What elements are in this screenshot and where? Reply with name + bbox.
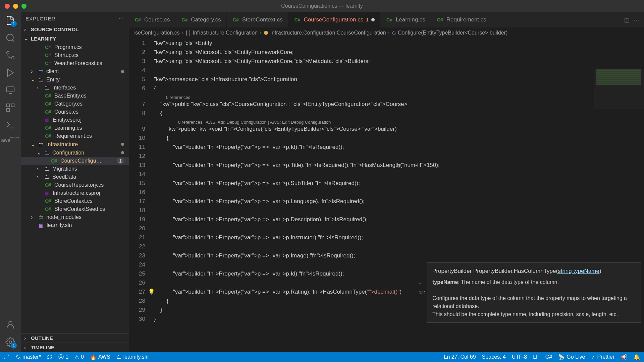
file-item[interactable]: C#StoreContextSeed.cs bbox=[21, 205, 129, 213]
file-item[interactable]: C#StoreContext.cs bbox=[21, 197, 129, 205]
sidebar-menu-icon[interactable]: ⋯ bbox=[119, 15, 124, 21]
code-line[interactable] bbox=[154, 188, 644, 197]
code-line[interactable] bbox=[154, 152, 644, 161]
language-status[interactable]: C# bbox=[545, 354, 552, 360]
file-item[interactable]: C#Requirement.cs bbox=[21, 132, 129, 140]
code-line[interactable] bbox=[154, 170, 644, 179]
problems-warnings[interactable]: ⚠ 0 bbox=[74, 354, 84, 360]
folder-item[interactable]: ›🗀client bbox=[21, 67, 129, 75]
file-item[interactable]: C#Category.cs bbox=[21, 100, 129, 108]
settings-icon[interactable]: 1 bbox=[5, 337, 15, 347]
crumb[interactable]: Infrastructure.Configuration bbox=[193, 30, 258, 36]
minimize-window-button[interactable] bbox=[13, 4, 18, 9]
feedback-icon[interactable]: 📢 bbox=[621, 354, 627, 360]
more-icon[interactable]: ⋯ bbox=[634, 16, 639, 23]
code-line[interactable]: "kw">using "cls">Microsoft."cls">EntityF… bbox=[154, 48, 644, 57]
editor-tab[interactable]: C#CourseConfiguration.cs 1 bbox=[288, 12, 380, 27]
code-line[interactable]: "var">builder."fn">Property("var">p => "… bbox=[154, 233, 644, 242]
code-editor[interactable]: 1234567891011121314151617181920212223242… bbox=[129, 38, 644, 352]
crumb[interactable]: rseConfiguration.cs bbox=[133, 30, 180, 36]
file-item[interactable]: ▣Infrastructure.csproj bbox=[21, 189, 129, 197]
editor-tab[interactable]: C#Category.cs bbox=[175, 12, 226, 27]
code-line[interactable]: { bbox=[154, 84, 644, 93]
file-item[interactable]: C#Course.cs bbox=[21, 108, 129, 116]
maximize-window-button[interactable] bbox=[21, 4, 26, 9]
codelens[interactable]: 0 references | AWS: Add Debug Configurat… bbox=[154, 118, 644, 124]
code-line[interactable]: "kw">public "kw">class "cls">CourseConfi… bbox=[154, 100, 644, 109]
indent-status[interactable]: Spaces: 4 bbox=[482, 354, 506, 360]
code-line[interactable] bbox=[154, 242, 644, 251]
account-icon[interactable] bbox=[5, 320, 15, 330]
search-icon[interactable] bbox=[5, 33, 15, 43]
folder-item[interactable]: ›🗀SeedData bbox=[21, 173, 129, 181]
bell-icon[interactable]: 🔔 bbox=[633, 354, 640, 360]
lightbulb-icon[interactable]: 💡 bbox=[148, 287, 155, 296]
section-source-control[interactable]: ›SOURCE CONTROL bbox=[21, 25, 129, 34]
editor-tab[interactable]: C#Course.cs bbox=[129, 12, 175, 27]
remote-icon[interactable] bbox=[5, 85, 15, 95]
editor-tab[interactable]: C#Learning.cs bbox=[380, 12, 431, 27]
code-line[interactable] bbox=[154, 224, 644, 233]
folder-item[interactable]: ›🗀Interfaces bbox=[21, 84, 129, 92]
file-item[interactable]: C#Startup.cs bbox=[21, 51, 129, 59]
code-line[interactable]: { bbox=[154, 109, 644, 118]
code-line[interactable]: "var">builder."fn">Property("var">p => "… bbox=[154, 179, 644, 188]
code-line[interactable]: "kw">using "cls">Entity; bbox=[154, 39, 644, 48]
section-project[interactable]: ⌄LEARNIFY bbox=[21, 34, 129, 43]
folder-item[interactable]: ⌄🗀Infrastructure bbox=[21, 140, 129, 148]
eol-status[interactable]: LF bbox=[533, 354, 539, 360]
run-debug-icon[interactable] bbox=[5, 68, 15, 78]
crumb[interactable]: Infrastructure.Configuration.CourseConfi… bbox=[270, 30, 386, 36]
code-line[interactable] bbox=[154, 206, 644, 215]
terminal-icon[interactable] bbox=[5, 120, 15, 130]
code-line[interactable]: "kw">using "cls">Microsoft."cls">EntityF… bbox=[154, 57, 644, 66]
chevron-up-icon[interactable]: ˄ bbox=[419, 282, 425, 288]
explorer-icon[interactable]: 1 bbox=[5, 15, 15, 25]
editor-tab[interactable]: C#StoreContext.cs bbox=[227, 12, 288, 27]
file-item[interactable]: C#Program.cs bbox=[21, 43, 129, 51]
crumb[interactable]: Configure(EntityTypeBuilder<Course> buil… bbox=[398, 30, 507, 36]
folder-item[interactable]: ›🗀node_modules bbox=[21, 213, 129, 221]
folder-item[interactable]: ⌄🗀Entity bbox=[21, 75, 129, 84]
file-item[interactable]: C#BaseEntity.cs bbox=[21, 92, 129, 100]
code-line[interactable]: "kw">namespace "cls">Infrastructure."cls… bbox=[154, 75, 644, 84]
aws-status[interactable]: 🔥 AWS bbox=[90, 354, 110, 360]
cursor-position[interactable]: Ln 27, Col 69 bbox=[444, 354, 476, 360]
file-item[interactable]: ▣learnify.sln bbox=[21, 221, 129, 229]
file-item[interactable]: C#Learning.cs bbox=[21, 124, 129, 132]
minimap[interactable] bbox=[594, 69, 644, 109]
chevron-down-icon[interactable]: ˅ bbox=[419, 297, 425, 304]
prettier-button[interactable]: ✓ Prettier bbox=[591, 354, 614, 360]
problems-errors[interactable]: ⓧ 1 bbox=[58, 354, 68, 361]
code-line[interactable] bbox=[154, 66, 644, 75]
editor-tab[interactable]: C#Requirement.cs bbox=[431, 12, 492, 27]
section-timeline[interactable]: ›TIMELINE bbox=[21, 343, 129, 352]
folder-item[interactable]: ›🗀Migrations bbox=[21, 165, 129, 173]
code-line[interactable]: { bbox=[154, 133, 644, 142]
solution-status[interactable]: 🗀 learnify.sln bbox=[116, 354, 149, 360]
git-branch[interactable]: master* bbox=[15, 354, 41, 360]
close-window-button[interactable] bbox=[5, 4, 10, 9]
code-line[interactable]: "var">builder."fn">Property("var">p => "… bbox=[154, 251, 644, 260]
codelens[interactable]: 0 references bbox=[154, 93, 644, 100]
breadcrumb[interactable]: rseConfiguration.cs› { }Infrastructure.C… bbox=[129, 27, 644, 38]
file-item[interactable]: C#CourseConfigu…1 bbox=[21, 157, 129, 165]
code-line[interactable]: "var">builder."fn">Property("var">p => "… bbox=[154, 215, 644, 224]
code-line[interactable]: "var">builder."fn">Property("var">p => "… bbox=[154, 142, 644, 152]
aws-icon[interactable]: aws bbox=[1, 137, 19, 143]
folder-item[interactable]: ⌄🗀Configuration bbox=[21, 148, 129, 157]
tooltip-pager[interactable]: ˄ 1/2 ˅ bbox=[419, 282, 425, 304]
file-item[interactable]: C#WeatherForecast.cs bbox=[21, 59, 129, 67]
encoding-status[interactable]: UTF-8 bbox=[512, 354, 527, 360]
file-item[interactable]: ▣Entity.csproj bbox=[21, 116, 129, 124]
code-line[interactable]: "kw">public "kw">void "fn">Configure("cl… bbox=[154, 124, 644, 133]
go-live-button[interactable]: 📡 Go Live bbox=[558, 354, 585, 360]
remote-button[interactable] bbox=[4, 354, 9, 360]
source-control-icon[interactable] bbox=[5, 50, 15, 60]
code-line[interactable]: "var">builder."fn">Property("var">p => "… bbox=[154, 197, 644, 206]
extensions-icon[interactable] bbox=[5, 103, 15, 113]
file-item[interactable]: C#CourseRepository.cs bbox=[21, 181, 129, 189]
sync-button[interactable] bbox=[47, 354, 52, 360]
split-editor-icon[interactable]: ◫ bbox=[624, 16, 630, 23]
section-outline[interactable]: ›OUTLINE bbox=[21, 333, 129, 343]
